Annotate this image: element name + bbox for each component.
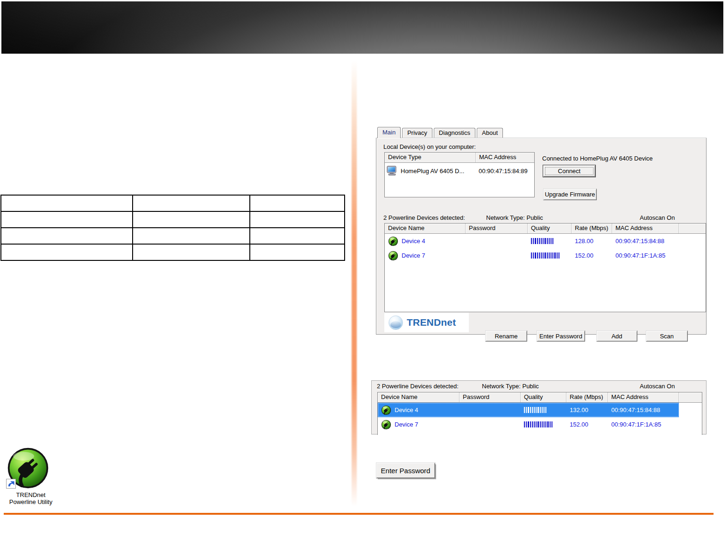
add-button[interactable]: Add: [596, 330, 637, 342]
column-header-mac-address[interactable]: MAC Address: [476, 153, 534, 162]
device-list-header: Device Name Password Quality Rate (Mbps)…: [385, 224, 706, 234]
device-name: Device 4: [402, 238, 425, 245]
device-mac: 00:90:47:1F:1A:85: [608, 421, 679, 428]
powerline-devices-panel: 2 Powerline Devices detected: Network Ty…: [371, 380, 707, 434]
device-mac: 00:90:47:1F:1A:85: [612, 252, 679, 259]
column-header-quality[interactable]: Quality: [528, 224, 572, 233]
device-mac: 00:90:47:15:84:88: [612, 238, 679, 245]
table-row: [1, 195, 345, 211]
tab-bar: Main Privacy Diagnostics About: [377, 127, 504, 138]
tab-diagnostics[interactable]: Diagnostics: [434, 128, 475, 138]
column-header-quality[interactable]: Quality: [521, 392, 566, 402]
device-rate: 132.00: [566, 406, 608, 413]
device-rate: 128.00: [572, 238, 612, 245]
device-mac: 00:90:47:15:84:88: [608, 406, 679, 413]
quality-bars: [524, 421, 553, 427]
powerline-device-icon: [388, 251, 398, 261]
local-device-mac: 00:90:47:15:84:89: [477, 168, 528, 175]
local-device-row[interactable]: HomePlug AV 6405 D... 00:90:47:15:84:89: [385, 163, 534, 179]
powerline-devices-list: Device Name Password Quality Rate (Mbps)…: [377, 392, 702, 435]
device-name: Device 7: [395, 421, 418, 428]
device-row-selected[interactable]: Device 4 132.00 00:90:47:15:84:88: [378, 403, 702, 417]
powerline-utility-window: Main Privacy Diagnostics About Local Dev…: [376, 127, 707, 335]
column-header-mac-address[interactable]: MAC Address: [612, 224, 679, 233]
local-devices-list: Device Type MAC Address HomePlug AV 6405…: [384, 152, 535, 197]
tab-privacy[interactable]: Privacy: [402, 128, 432, 138]
devices-detected-label: 2 Powerline Devices detected:: [383, 214, 465, 221]
table-row: [1, 244, 345, 260]
enter-password-button[interactable]: Enter Password: [376, 462, 435, 478]
device-row[interactable]: Device 4 128.00 00:90:47:15:84:88: [385, 234, 706, 248]
trendnet-logo-icon: [389, 315, 403, 330]
rename-button[interactable]: Rename: [485, 330, 527, 342]
autoscan-label: Autoscan On: [640, 214, 675, 221]
network-type-label: Network Type: Public: [486, 214, 543, 221]
column-header-password[interactable]: Password: [459, 392, 521, 402]
column-header-blank[interactable]: [679, 392, 702, 402]
column-header-device-name[interactable]: Device Name: [385, 224, 466, 233]
column-header-device-name[interactable]: Device Name: [378, 392, 459, 402]
quality-bars: [531, 252, 560, 259]
device-rate: 152.00: [572, 252, 612, 259]
header-banner: [1, 1, 723, 54]
trendnet-logo: TRENDnet: [384, 313, 469, 332]
powerline-device-icon: [381, 420, 391, 430]
computer-icon: [387, 166, 398, 176]
desktop-icon-label: TRENDnet Powerline Utility: [4, 491, 58, 505]
trendnet-logo-text: TRENDnet: [407, 317, 456, 328]
local-devices-label: Local Device(s) on your computer:: [383, 143, 476, 150]
local-list-header: Device Type MAC Address: [385, 153, 534, 163]
tab-main[interactable]: Main: [377, 127, 401, 138]
table-row: [1, 211, 345, 228]
divider-glow: [352, 60, 357, 506]
device-name: Device 4: [395, 406, 418, 413]
status-row: 2 Powerline Devices detected: Network Ty…: [372, 383, 706, 390]
footer-rule: [4, 513, 714, 515]
notes-table: [0, 195, 345, 261]
tab-about[interactable]: About: [477, 128, 503, 138]
main-tab-panel: Local Device(s) on your computer: Device…: [376, 138, 707, 335]
powerline-utility-desktop-icon[interactable]: TRENDnet Powerline Utility: [4, 445, 58, 505]
status-row: 2 Powerline Devices detected: Network Ty…: [376, 214, 706, 221]
powerline-device-icon: [381, 405, 391, 415]
device-rate: 152.00: [566, 421, 608, 428]
devices-detected-label: 2 Powerline Devices detected:: [377, 383, 459, 390]
scan-button[interactable]: Scan: [646, 330, 688, 342]
shortcut-arrow-icon: [6, 479, 16, 489]
network-type-label: Network Type: Public: [482, 383, 539, 390]
device-row[interactable]: Device 7 152.00 00:90:47:1F:1A:85: [378, 417, 702, 432]
device-row[interactable]: Device 7 152.00 00:90:47:1F:1A:85: [385, 248, 706, 263]
quality-bars: [531, 238, 554, 244]
powerline-devices-list: Device Name Password Quality Rate (Mbps)…: [384, 223, 706, 312]
device-name: Device 7: [402, 252, 425, 259]
connect-button[interactable]: Connect: [543, 165, 595, 177]
enter-password-button[interactable]: Enter Password: [537, 330, 585, 342]
table-row: [1, 228, 345, 244]
column-header-mac-address[interactable]: MAC Address: [608, 392, 679, 402]
powerline-device-icon: [388, 236, 398, 246]
column-header-device-type[interactable]: Device Type: [385, 153, 476, 162]
column-header-password[interactable]: Password: [466, 224, 528, 233]
quality-bars: [524, 407, 547, 413]
column-header-rate[interactable]: Rate (Mbps): [572, 224, 612, 233]
device-list-header: Device Name Password Quality Rate (Mbps)…: [378, 392, 702, 403]
upgrade-firmware-button[interactable]: Upgrade Firmware: [543, 189, 597, 200]
local-device-type: HomePlug AV 6405 D...: [401, 168, 477, 175]
autoscan-label: Autoscan On: [640, 383, 675, 390]
column-header-rate[interactable]: Rate (Mbps): [566, 392, 608, 402]
connection-status-label: Connected to HomePlug AV 6405 Device: [542, 155, 653, 162]
column-header-blank[interactable]: [679, 224, 706, 233]
